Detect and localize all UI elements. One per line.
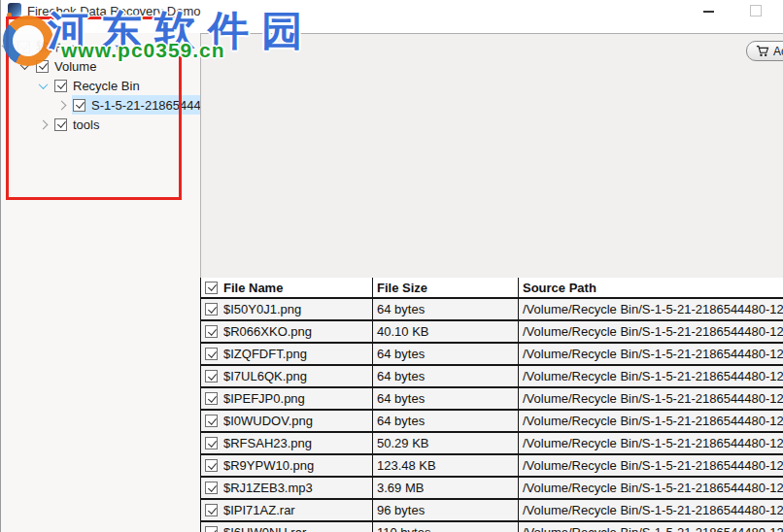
file-name: $I0WUDOV.png [223,414,313,428]
watermark-logo [3,16,53,66]
select-all-checkbox[interactable] [205,282,218,294]
table-row[interactable]: $I50Y0J1.png64 bytes/Volume/Recycle Bin/… [201,299,783,321]
row-checkbox[interactable] [205,482,218,494]
table-header-row: File Name File Size Source Path [201,278,783,299]
cell-source-path: /Volume/Recycle Bin/S-1-5-21-2186544480-… [519,366,783,386]
cell-file-name: $R066XKO.png [201,321,373,342]
row-checkbox[interactable] [205,370,218,382]
table-row[interactable]: $I7UL6QK.png64 bytes/Volume/Recycle Bin/… [201,366,783,388]
cell-file-name: $IPI71AZ.rar [201,500,373,520]
file-name: $RFSAH23.png [223,436,312,450]
cell-source-path: /Volume/Recycle Bin/S-1-5-21-2186544480-… [519,455,783,476]
cell-file-size: 64 bytes [373,366,519,386]
cell-source-path: /Volume/Recycle Bin/S-1-5-21-2186544480-… [519,500,783,520]
row-checkbox[interactable] [205,325,218,338]
file-name: $R066XKO.png [223,324,312,339]
cell-file-size: 40.10 KB [373,321,519,342]
header-cell-source-path[interactable]: Source Path [519,278,783,297]
tree-node[interactable]: tools [53,115,200,134]
cell-file-size: 96 bytes [373,500,519,520]
file-name: $I6UW0NU.rar [223,525,306,532]
cell-source-path: /Volume/Recycle Bin/S-1-5-21-2186544480-… [519,478,783,498]
tree-checkbox[interactable] [73,99,85,112]
table-row[interactable]: $IPEFJP0.png64 bytes/Volume/Recycle Bin/… [201,388,783,411]
cell-file-size: 3.69 MB [373,478,519,498]
cell-file-name: $I7UL6QK.png [201,366,373,386]
chevron-down-icon[interactable] [39,80,49,89]
cell-file-name: $I0WUDOV.png [201,411,373,431]
cell-file-size: 64 bytes [373,344,519,364]
tree-checkbox[interactable] [54,118,67,131]
header-label: File Name [223,281,283,295]
tree-node[interactable]: Recycle Bin [53,76,200,95]
maximize-button[interactable] [750,5,762,17]
cell-file-name: $RFSAH23.png [201,433,373,453]
folder-tree-panel: 软件VolumeRecycle BinS-1-5-21-21865444tool… [1,33,200,532]
table-row[interactable]: $RJ1ZEB3.mp33.69 MB/Volume/Recycle Bin/S… [201,478,783,500]
file-name: $I7UL6QK.png [223,369,307,383]
row-checkbox[interactable] [205,459,218,472]
header-cell-file-size[interactable]: File Size [373,278,519,297]
tree-item[interactable]: Recycle Bin [1,76,200,95]
tree-item-label: tools [73,117,99,132]
table-body: $I50Y0J1.png64 bytes/Volume/Recycle Bin/… [201,299,783,532]
cell-file-name: $IZQFDFT.png [201,344,373,364]
tree-node[interactable]: S-1-5-21-21865444 [72,95,200,115]
file-name: $IPI71AZ.rar [223,503,295,517]
cell-file-size: 110 bytes [373,522,519,532]
cell-file-size: 64 bytes [373,411,519,431]
tree-item[interactable]: tools [1,115,200,134]
cell-source-path: /Volume/Recycle Bin/S-1-5-21-2186544480-… [519,388,783,409]
row-checkbox[interactable] [205,415,218,427]
app-window: Fireebok Data Recovery Demo 软件VolumeRecy… [0,0,783,532]
file-name: $RJ1ZEB3.mp3 [223,481,313,495]
cell-file-name: $IPEFJP0.png [201,388,373,409]
file-name: $R9YPW10.png [223,458,314,473]
cell-file-size: 123.48 KB [373,455,519,476]
cell-file-name: $I6UW0NU.rar [201,522,373,532]
cell-file-name: $I50Y0J1.png [201,299,373,319]
app-icon [8,3,21,17]
cell-file-name: $RJ1ZEB3.mp3 [201,478,373,498]
tree-item-label: S-1-5-21-21865444 [91,98,200,113]
row-checkbox[interactable] [205,348,218,360]
row-checkbox[interactable] [205,303,218,316]
cell-source-path: /Volume/Recycle Bin/S-1-5-21-2186544480-… [519,321,783,342]
file-name: $IZQFDFT.png [223,347,307,361]
file-name: $IPEFJP0.png [223,391,305,406]
cell-source-path: /Volume/Recycle Bin/S-1-5-21-2186544480-… [519,411,783,431]
shopping-cart-icon [756,45,769,57]
table-row[interactable]: $IZQFDFT.png64 bytes/Volume/Recycle Bin/… [201,344,783,366]
header-label: Source Path [523,281,596,295]
cell-file-name: $R9YPW10.png [201,455,373,476]
cell-source-path: /Volume/Recycle Bin/S-1-5-21-2186544480-… [519,433,783,453]
table-row[interactable]: $I6UW0NU.rar110 bytes/Volume/Recycle Bin… [201,522,783,532]
row-checkbox[interactable] [205,437,218,449]
cell-file-size: 50.29 KB [373,433,519,453]
tree-checkbox[interactable] [54,80,67,92]
row-checkbox[interactable] [205,504,218,516]
header-cell-file-name[interactable]: File Name [201,278,373,297]
header-label: File Size [377,281,427,295]
table-row[interactable]: $IPI71AZ.rar96 bytes/Volume/Recycle Bin/… [201,500,783,522]
tree-item[interactable]: S-1-5-21-21865444 [1,95,200,115]
activate-button[interactable]: Ac [746,41,783,61]
table-row[interactable]: $RFSAH23.png50.29 KB/Volume/Recycle Bin/… [201,433,783,455]
cell-file-size: 64 bytes [373,299,519,319]
row-checkbox[interactable] [205,392,218,405]
chevron-right-icon[interactable] [57,100,67,110]
file-table: File Name File Size Source Path $I50Y0J1… [200,278,783,532]
file-name: $I50Y0J1.png [223,302,301,316]
minimize-button[interactable] [703,11,714,13]
chevron-right-icon[interactable] [39,119,49,129]
cell-source-path: /Volume/Recycle Bin/S-1-5-21-2186544480-… [519,344,783,364]
table-row[interactable]: $R9YPW10.png123.48 KB/Volume/Recycle Bin… [201,455,783,478]
row-checkbox[interactable] [205,526,218,532]
tree-item-label: Recycle Bin [73,79,140,93]
table-row[interactable]: $R066XKO.png40.10 KB/Volume/Recycle Bin/… [201,321,783,344]
cell-file-size: 64 bytes [373,388,519,409]
cell-source-path: /Volume/Recycle Bin/S-1-5-21-2186544480-… [519,299,783,319]
cell-source-path: /Volume/Recycle Bin/S-1-5-21-2186544480-… [519,522,783,532]
table-row[interactable]: $I0WUDOV.png64 bytes/Volume/Recycle Bin/… [201,411,783,433]
activate-button-label: Ac [773,45,783,58]
